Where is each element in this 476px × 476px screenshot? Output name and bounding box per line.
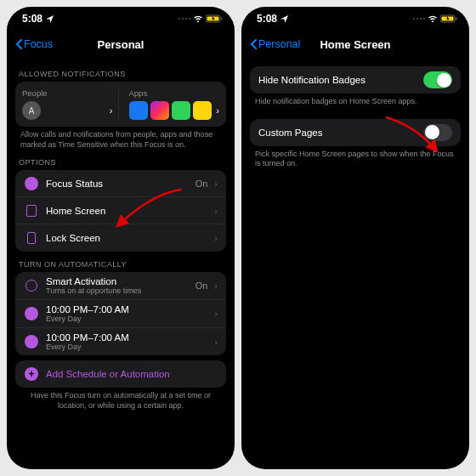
group-hide-badges: Hide Notification Badges: [250, 66, 461, 94]
phone-right: 5:08 Personal Home Screen Hide Notificat…: [241, 7, 469, 469]
power-icon: [24, 278, 39, 293]
content: Hide Notification Badges Hide notificati…: [241, 58, 469, 469]
group-custom-pages: Custom Pages: [250, 119, 461, 146]
toggle-custom-pages[interactable]: [423, 124, 452, 141]
page-title: Home Screen: [320, 38, 390, 51]
row-label: Home Screen: [46, 206, 207, 216]
row-schedule-2[interactable]: 10:00 PM–7:00 AM Every Day ›: [15, 328, 226, 355]
chevron-right-icon: ›: [214, 233, 218, 243]
allowed-people-label: People: [22, 88, 113, 98]
row-label: Lock Screen: [46, 233, 207, 243]
app-icon-clock: [193, 101, 212, 120]
app-icon-facebook: [129, 101, 148, 120]
chevron-right-icon: ›: [214, 309, 218, 319]
row-label: Add Schedule or Automation: [46, 369, 218, 379]
hide-badges-footer: Hide notification badges on Home Screen …: [255, 97, 456, 107]
statusbar: 5:08: [7, 7, 235, 31]
row-add-schedule[interactable]: + Add Schedule or Automation: [15, 360, 226, 388]
row-home-screen[interactable]: Home Screen ›: [15, 197, 226, 224]
plus-icon: +: [24, 366, 39, 382]
app-icon-whatsapp: [172, 101, 190, 120]
row-sublabel: Turns on at opportune times: [46, 286, 189, 295]
dots-icon: [413, 18, 425, 20]
back-label: Personal: [258, 38, 300, 50]
add-group: + Add Schedule or Automation: [15, 360, 226, 388]
statusbar: 5:08: [241, 7, 469, 31]
row-label: 10:00 PM–7:00 AM: [46, 304, 207, 314]
row-label: 10:00 PM–7:00 AM: [46, 332, 207, 343]
row-label: Hide Notification Badges: [258, 75, 416, 85]
options-group: Focus Status On › Home Screen › Lock Scr…: [15, 170, 226, 252]
auto-group: Smart Activation Turns on at opportune t…: [15, 272, 226, 355]
dots-icon: [178, 18, 190, 20]
battery-icon: [440, 14, 457, 23]
chevron-left-icon: [15, 39, 22, 49]
row-sublabel: Every Day: [46, 343, 207, 351]
status-time: 5:08: [257, 13, 277, 25]
allowed-apps[interactable]: Apps ›: [124, 88, 220, 120]
custom-pages-footer: Pick specific Home Screen pages to show …: [255, 150, 456, 169]
svg-rect-1: [221, 18, 223, 20]
row-label: Custom Pages: [258, 128, 416, 138]
chevron-right-icon: ›: [110, 105, 113, 116]
row-label: Smart Activation: [46, 276, 189, 286]
allowed-footer: Allow calls and notifications from peopl…: [20, 130, 221, 150]
chevron-right-icon: ›: [214, 280, 218, 291]
row-value: On: [196, 178, 208, 189]
clock-icon: [24, 306, 39, 321]
allowed-people[interactable]: People A ›: [22, 88, 119, 120]
navbar: Personal Home Screen: [241, 31, 469, 58]
page-title: Personal: [98, 38, 144, 51]
section-options-header: OPTIONS: [19, 158, 223, 167]
row-focus-status[interactable]: Focus Status On ›: [15, 170, 226, 197]
row-label: Focus Status: [46, 178, 189, 189]
row-sublabel: Every Day: [46, 314, 207, 323]
row-schedule-1[interactable]: 10:00 PM–7:00 AM Every Day ›: [15, 300, 226, 328]
row-smart-activation[interactable]: Smart Activation Turns on at opportune t…: [15, 272, 226, 300]
status-icon: [24, 176, 39, 191]
chevron-right-icon: ›: [214, 178, 218, 189]
svg-rect-4: [456, 18, 457, 20]
toggle-hide-badges[interactable]: [423, 71, 452, 88]
lock-icon: [24, 230, 39, 246]
navbar: Focus Personal: [7, 31, 235, 58]
row-custom-pages[interactable]: Custom Pages: [250, 119, 461, 146]
clock-icon: [24, 334, 39, 349]
back-button[interactable]: Personal: [250, 38, 300, 50]
section-auto-header: TURN ON AUTOMATICALLY: [19, 260, 223, 269]
chevron-left-icon: [250, 39, 257, 49]
row-value: On: [196, 280, 208, 291]
location-icon: [46, 15, 54, 23]
status-time: 5:08: [22, 13, 42, 25]
allowed-apps-label: Apps: [129, 88, 220, 98]
app-icon-messenger: [150, 101, 169, 120]
avatar: A: [22, 101, 41, 120]
section-allowed-header: ALLOWED NOTIFICATIONS: [19, 70, 223, 78]
back-label: Focus: [24, 38, 53, 50]
row-hide-badges[interactable]: Hide Notification Badges: [250, 66, 461, 94]
wifi-icon: [193, 15, 203, 23]
chevron-right-icon: ›: [214, 337, 218, 347]
allowed-group: People A › Apps ›: [15, 82, 226, 127]
phone-left: 5:08 Focus Personal ALLOWED NOTIFICATION…: [7, 7, 235, 469]
auto-footer: Have this Focus turn on automatically at…: [20, 391, 221, 411]
battery-icon: [206, 14, 223, 23]
location-icon: [280, 15, 288, 23]
home-icon: [24, 203, 39, 218]
row-lock-screen[interactable]: Lock Screen ›: [15, 224, 226, 252]
chevron-right-icon: ›: [216, 105, 219, 116]
wifi-icon: [428, 15, 438, 23]
chevron-right-icon: ›: [214, 206, 218, 216]
back-button[interactable]: Focus: [15, 38, 53, 50]
content: ALLOWED NOTIFICATIONS People A › Apps: [7, 58, 235, 469]
